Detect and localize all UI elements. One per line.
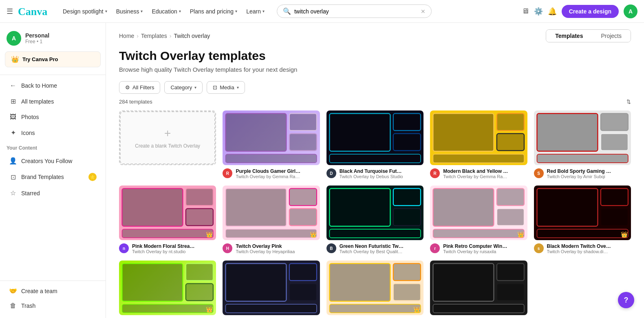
svg-rect-26 (393, 189, 421, 206)
template-card[interactable]: 👑GGreen Gaming Twitch Over…Twitch Overla… (119, 261, 216, 318)
breadcrumb: Home › Templates › Twitch overlay (119, 33, 210, 39)
filters-bar: ⚙ All Filters Category ▾ ⊡ Media ▾ (119, 81, 631, 94)
search-clear-icon[interactable]: ✕ (421, 8, 426, 15)
svg-rect-20 (122, 229, 213, 238)
canva-logo[interactable]: Canva (18, 5, 51, 18)
team-icon: 🤝 (9, 287, 17, 295)
template-creator: Twitch Overlay by Amir Subqi (547, 174, 612, 179)
svg-rect-44 (226, 304, 317, 313)
svg-rect-34 (600, 189, 628, 206)
media-filter-button[interactable]: ⊡ Media ▾ (207, 81, 245, 94)
breadcrumb-templates[interactable]: Templates (141, 33, 167, 39)
tab-templates[interactable]: Templates (546, 30, 592, 42)
try-canva-pro-button[interactable]: 👑 Try Canva Pro (5, 51, 101, 67)
template-creator: Twitch Overlay by Heyapriliaa (236, 249, 295, 254)
sidebar-item-icons[interactable]: ✦ Icons (2, 125, 103, 140)
help-button[interactable]: ? (618, 292, 634, 308)
notification-icon[interactable]: 🔔 (548, 7, 557, 16)
main-top-bar: Home › Templates › Twitch overlay Templa… (106, 23, 644, 42)
svg-rect-1 (226, 113, 287, 151)
svg-rect-31 (497, 209, 524, 226)
template-card[interactable]: 👑HTwitch Overlay PinkTwitch Overlay by H… (223, 186, 320, 254)
svg-rect-15 (600, 134, 628, 151)
svg-rect-43 (289, 284, 317, 301)
blank-card-label: Create a blank Twitch Overlay (135, 143, 200, 149)
sort-button[interactable]: ⇅ (626, 99, 631, 105)
svg-rect-48 (329, 304, 420, 313)
chevron-down-icon: ▾ (105, 9, 107, 13)
sidebar-item-starred[interactable]: ☆ Starred (2, 186, 103, 201)
all-filters-button[interactable]: ⚙ All Filters (119, 81, 160, 94)
nav-education[interactable]: Education ▾ (148, 6, 185, 17)
template-card[interactable]: 👑sBlack Modern Twitch Overl…Twitch Overl… (534, 186, 631, 254)
nav-plans[interactable]: Plans and pricing ▾ (186, 6, 241, 17)
nav-learn[interactable]: Learn ▾ (242, 6, 269, 17)
template-card[interactable]: BGreen Neon Futuristic Twit…Twitch Overl… (326, 186, 423, 254)
svg-rect-21 (226, 189, 287, 226)
category-filter-button[interactable]: Category ▾ (164, 81, 203, 94)
template-creator: Twitch Overlay by Best Quality … (340, 249, 405, 254)
template-name: Purple Clouds Gamer Girl T… (236, 168, 301, 174)
svg-rect-27 (393, 209, 421, 226)
svg-rect-25 (329, 189, 390, 226)
sidebar-item-back-home[interactable]: ← Back to Home (2, 78, 103, 93)
monitor-icon[interactable]: 🖥 (522, 7, 529, 15)
svg-rect-14 (600, 113, 628, 130)
nav-business[interactable]: Business ▾ (112, 6, 147, 17)
template-name: Twitch Overlay Pink (236, 243, 295, 249)
template-name: Modern Black and Yellow T… (443, 168, 508, 174)
svg-rect-42 (289, 264, 317, 281)
sidebar-item-all-templates[interactable]: ⊞ All templates (2, 94, 103, 109)
create-blank-card[interactable]: + Create a blank Twitch Overlay (119, 110, 216, 179)
search-input[interactable] (294, 8, 417, 15)
svg-rect-39 (186, 284, 213, 301)
creator-avatar: r (430, 243, 440, 253)
template-card[interactable]: SRed Bold Sporty Gaming T…Twitch Overlay… (534, 110, 631, 179)
template-card[interactable]: RModern Black and Yellow T…Twitch Overla… (430, 110, 527, 179)
svg-rect-24 (226, 229, 317, 238)
template-card[interactable]: DBlack And Turquoise Futuri…Twitch Overl… (326, 110, 423, 179)
svg-rect-46 (393, 264, 421, 281)
template-name: Red Bold Sporty Gaming T… (547, 168, 612, 174)
template-name: Black And Turquoise Futuri… (340, 168, 405, 174)
breadcrumb-home[interactable]: Home (119, 33, 134, 39)
creator-avatar: s (534, 243, 544, 253)
sidebar-item-brand-templates[interactable]: ⊡ Brand Templates ⭐ (2, 169, 103, 185)
nav-design-spotlight[interactable]: Design spotlight ▾ (59, 6, 111, 17)
page-title: Twitch Overlay templates (119, 49, 631, 63)
template-card[interactable]: 👑nPink Modern Floral Stream …Twitch Over… (119, 186, 216, 254)
sidebar-item-photos[interactable]: 🖼 Photos (2, 110, 103, 124)
sidebar-avatar: A (7, 31, 21, 46)
crown-icon: 👑 (310, 231, 317, 238)
settings-icon[interactable]: ⚙️ (534, 7, 543, 16)
chevron-down-icon: ▾ (262, 9, 265, 13)
template-card[interactable]: 👑rPink Retro Computer Wind…Twitch Overla… (430, 186, 527, 254)
create-design-button[interactable]: Create a design (562, 5, 619, 18)
creator-avatar: R (430, 168, 440, 178)
arrow-left-icon: ← (9, 82, 17, 89)
svg-rect-49 (433, 264, 494, 301)
crown-icon: 👑 (206, 231, 213, 238)
trash-icon: 🗑 (9, 302, 17, 309)
page-content: Twitch Overlay templates Browse high qua… (106, 42, 644, 318)
sidebar-item-creators[interactable]: 👤 Creators You Follow (2, 153, 103, 168)
main-content: Home › Templates › Twitch overlay Templa… (106, 23, 644, 318)
creator-avatar: R (223, 168, 232, 178)
hamburger-icon[interactable]: ☰ (7, 7, 13, 16)
tab-projects[interactable]: Projects (592, 30, 631, 42)
page-subtitle: Browse high quality Twitch Overlay templ… (119, 66, 631, 73)
template-card[interactable]: RPurple Clouds Gamer Girl T…Twitch Overl… (223, 110, 320, 179)
creator-avatar: D (326, 168, 336, 178)
crown-icon: 👑 (621, 231, 628, 238)
creator-avatar: n (119, 243, 129, 253)
grid-icon: ⊞ (9, 97, 17, 105)
svg-rect-37 (122, 264, 183, 301)
template-card[interactable]: 👑EEstelle Cute OverlayTwitch Overlay by … (326, 261, 423, 318)
sidebar-item-trash[interactable]: 🗑 Trash (2, 298, 103, 313)
svg-rect-41 (226, 264, 287, 301)
sidebar-item-create-team[interactable]: 🤝 Create a team (2, 283, 103, 298)
template-card[interactable]: EEllix Gaming OverlayTwitch Overlay by e… (223, 261, 320, 318)
search-icon: 🔍 (283, 7, 291, 15)
avatar[interactable]: A (624, 4, 637, 18)
template-card[interactable]: SSankast Crew Dark OverlayTwitch Overlay… (430, 261, 527, 318)
